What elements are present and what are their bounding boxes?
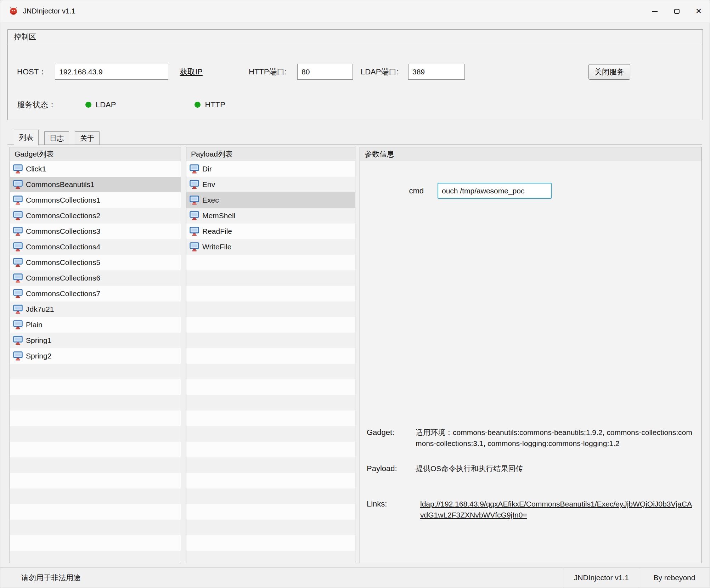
gadget-list-item[interactable]: Spring2 (10, 348, 181, 364)
window-controls: ✕ (644, 0, 710, 22)
gadget-list-item[interactable]: CommonsCollections3 (10, 224, 181, 239)
gadget-panel-title: Gadget列表 (10, 147, 181, 161)
app-logo-icon (8, 6, 19, 17)
tab-bar: 列表 日志 关于 (7, 129, 702, 145)
gadget-name: Jdk7u21 (26, 305, 54, 313)
gadget-name: CommonsCollections6 (26, 274, 100, 282)
gadget-list-item[interactable]: Jdk7u21 (10, 301, 181, 317)
gadget-name: Plain (26, 321, 43, 329)
cmd-input[interactable] (438, 183, 552, 199)
status-dot-icon (85, 102, 91, 108)
gadget-name: Spring2 (26, 352, 51, 360)
computer-icon (190, 227, 199, 236)
tab-label: 关于 (80, 134, 94, 143)
gadget-name: CommonsCollections5 (26, 258, 100, 267)
computer-icon (190, 196, 199, 205)
gadget-info-label: Gadget: (367, 427, 416, 449)
computer-icon (13, 273, 23, 283)
service-status-label: 服务状态： (17, 97, 56, 113)
payload-list-item[interactable]: WriteFile (186, 239, 355, 255)
status-dot-icon (195, 102, 201, 108)
http-port-input[interactable] (297, 64, 353, 80)
gadget-list-item[interactable]: CommonsCollections1 (10, 192, 181, 208)
minimize-icon (652, 11, 658, 12)
gadget-list-panel: Gadget列表 Click1 (10, 147, 181, 563)
computer-icon (190, 180, 199, 189)
computer-icon (13, 242, 23, 251)
status-author-text: By rebeyond (639, 568, 710, 588)
gadget-list-item[interactable]: CommonsCollections2 (10, 208, 181, 224)
gadget-list-item[interactable]: CommonsBeanutils1 (10, 177, 181, 192)
gadget-info-row: Gadget: 适用环境：commons-beanutils:commons-b… (367, 427, 694, 449)
payload-name: ReadFile (202, 227, 232, 236)
gadget-info-text: 适用环境：commons-beanutils:commons-beanutils… (416, 427, 693, 449)
payload-info-label: Payload: (367, 463, 416, 474)
computer-icon (13, 305, 23, 314)
payload-list-item[interactable]: Dir (186, 161, 355, 177)
gadget-list-item[interactable]: Spring1 (10, 333, 181, 348)
gadget-name: CommonsCollections1 (26, 196, 100, 204)
payload-panel-title: Payload列表 (186, 147, 355, 161)
computer-icon (190, 164, 199, 174)
gadget-name: CommonsCollections2 (26, 211, 100, 220)
get-ip-link[interactable]: 获取IP (180, 64, 203, 80)
tab-label: 列表 (19, 133, 33, 142)
maximize-icon (674, 9, 680, 14)
host-input[interactable] (55, 64, 168, 80)
host-label: HOST： (17, 64, 46, 80)
payload-list-item[interactable]: Exec (186, 192, 355, 208)
computer-icon (190, 242, 199, 251)
gadget-name: CommonsCollections4 (26, 243, 100, 251)
tab-label: 日志 (50, 134, 64, 143)
computer-icon (13, 227, 23, 236)
computer-icon (13, 180, 23, 189)
gadget-list-item[interactable]: CommonsCollections6 (10, 270, 181, 286)
payload-list-panel: Payload列表 Dir (186, 147, 355, 563)
gadget-list-item[interactable]: Click1 (10, 161, 181, 177)
close-icon: ✕ (695, 7, 702, 15)
tab[interactable]: 列表 (14, 130, 39, 145)
computer-icon (13, 351, 23, 361)
computer-icon (13, 289, 23, 298)
links-info-label: Links: (367, 498, 416, 520)
cmd-label: cmd (395, 183, 424, 199)
payload-list-item[interactable]: Env (186, 177, 355, 192)
service-status-item: LDAP (85, 97, 116, 113)
params-panel-body: cmd Gadget: 适用环境：commons-beanutils:commo… (360, 161, 701, 563)
computer-icon (13, 164, 23, 174)
parameter-info-panel: 参数信息 cmd Gadget: 适用环境：commons-beanutils:… (360, 147, 702, 563)
tab[interactable]: 日志 (44, 131, 69, 145)
control-area-groupbox: 控制区 HOST： 获取IP HTTP端口: LDAP端口: 关闭服务 服务状态… (7, 29, 703, 120)
payload-list-item[interactable]: MemShell (186, 208, 355, 224)
titlebar: JNDInjector v1.1 ✕ (0, 0, 710, 22)
links-info-row: Links: ldap://192.168.43.9/qqxAEfikxE/Co… (367, 498, 694, 520)
gadget-list-item[interactable]: Plain (10, 317, 181, 333)
http-port-label: HTTP端口: (249, 64, 287, 80)
payload-list-item[interactable]: ReadFile (186, 224, 355, 239)
service-status-item: HTTP (195, 97, 225, 113)
close-button[interactable]: ✕ (688, 0, 710, 22)
gadget-list-item[interactable]: CommonsCollections5 (10, 255, 181, 270)
gadget-list-item[interactable]: CommonsCollections7 (10, 286, 181, 301)
gadget-list-item[interactable]: CommonsCollections4 (10, 239, 181, 255)
status-warning-text: 请勿用于非法用途 (0, 573, 564, 583)
computer-icon (13, 211, 23, 220)
payload-name: MemShell (202, 211, 235, 220)
ldap-link[interactable]: ldap://192.168.43.9/qqxAEfikxE/CommonsBe… (420, 498, 694, 520)
window-title: JNDInjector v1.1 (23, 7, 75, 15)
gadget-name: Spring1 (26, 336, 51, 345)
minimize-button[interactable] (644, 0, 666, 22)
service-status-list: LDAP HTTP (85, 97, 225, 113)
payload-name: Exec (202, 196, 219, 204)
ldap-port-input[interactable] (408, 64, 465, 80)
gadget-list: Click1 CommonsBeanutils1 (10, 161, 181, 563)
payload-name: Dir (202, 165, 212, 173)
maximize-button[interactable] (666, 0, 688, 22)
tab[interactable]: 关于 (75, 131, 100, 145)
control-area-title: 控制区 (8, 30, 703, 44)
computer-icon (13, 336, 23, 345)
payload-name: Env (202, 180, 215, 189)
service-name: HTTP (205, 100, 225, 109)
payload-info-row: Payload: 提供OS命令执行和执行结果回传 (367, 463, 694, 474)
close-service-button[interactable]: 关闭服务 (588, 64, 630, 80)
